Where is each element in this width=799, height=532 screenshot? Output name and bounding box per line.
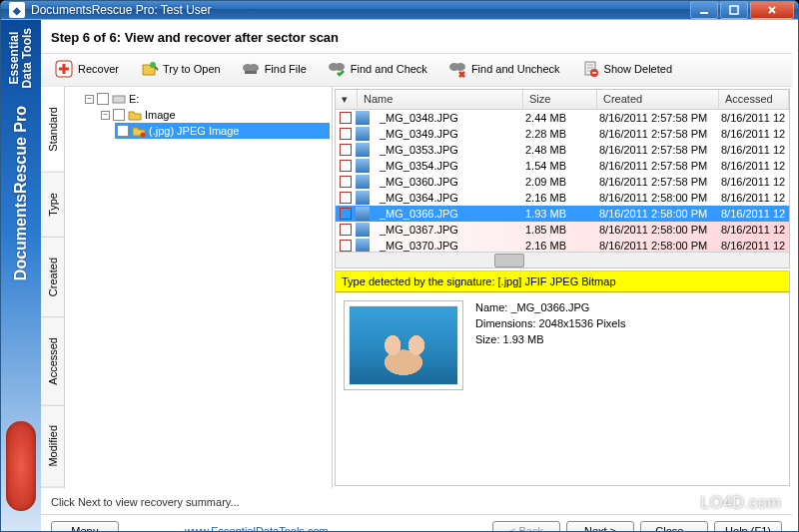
table-row[interactable]: _MG_0370.JPG2.16 MB8/16/2011 2:58:00 PM8… — [336, 238, 789, 252]
table-row[interactable]: _MG_0367.JPG1.85 MB8/16/2011 2:58:00 PM8… — [336, 222, 789, 238]
cell-created: 8/16/2011 2:57:58 PM — [593, 160, 715, 172]
find-file-button[interactable]: Find File — [234, 56, 314, 82]
table-row[interactable]: _MG_0364.JPG2.16 MB8/16/2011 2:58:00 PM8… — [336, 190, 789, 206]
cell-accessed: 8/16/2011 12:0 — [715, 112, 785, 124]
tree-root[interactable]: −E: — [83, 91, 330, 107]
file-icon — [356, 111, 370, 125]
menu-button[interactable]: Menu — [51, 521, 119, 532]
cell-accessed: 8/16/2011 12:0 — [715, 224, 785, 236]
cell-accessed: 8/16/2011 12:0 — [715, 240, 785, 252]
file-icon — [356, 143, 370, 157]
brand-graphic — [6, 421, 36, 511]
checkbox[interactable] — [340, 208, 352, 220]
website-link[interactable]: www.EssentialDataTools.com — [185, 525, 329, 532]
file-icon — [356, 175, 370, 189]
cell-name: _MG_0349.JPG — [374, 128, 519, 140]
show-deleted-icon — [580, 59, 600, 79]
find-check-button[interactable]: Find and Check — [320, 56, 434, 82]
try-open-button[interactable]: Try to Open — [132, 56, 228, 82]
cell-accessed: 8/16/2011 12:0 — [715, 160, 785, 172]
tree-node-jpg[interactable]: (.jpg) JPEG Image — [115, 123, 330, 139]
file-icon — [356, 159, 370, 173]
close-button[interactable] — [750, 1, 794, 19]
checkbox[interactable] — [340, 240, 352, 252]
checkbox[interactable] — [97, 93, 109, 105]
cell-accessed: 8/16/2011 12:0 — [715, 192, 785, 204]
checkbox[interactable] — [340, 224, 352, 236]
collapse-icon[interactable]: − — [101, 111, 110, 120]
next-button[interactable]: Next > — [566, 521, 634, 532]
cell-created: 8/16/2011 2:57:58 PM — [593, 112, 715, 124]
cell-accessed: 8/16/2011 12:0 — [715, 208, 785, 220]
tree-node-image[interactable]: −Image — [99, 107, 330, 123]
cell-name: _MG_0360.JPG — [374, 176, 519, 188]
tab-modified[interactable]: Modified — [41, 405, 64, 488]
cell-created: 8/16/2011 2:57:58 PM — [593, 144, 715, 156]
titlebar[interactable]: ◆ DocumentsRescue Pro: Test User — [1, 1, 798, 19]
maximize-button[interactable] — [720, 1, 748, 19]
list-body[interactable]: _MG_0348.JPG2.44 MB8/16/2011 2:57:58 PM8… — [336, 110, 789, 252]
preview-pane: Type detected by the signature: [.jpg] J… — [335, 270, 790, 486]
table-row[interactable]: _MG_0360.JPG2.09 MB8/16/2011 2:57:58 PM8… — [336, 174, 789, 190]
app-icon: ◆ — [9, 2, 25, 18]
scroll-thumb[interactable] — [494, 254, 524, 267]
cell-size: 1.54 MB — [519, 160, 593, 172]
cell-name: _MG_0353.JPG — [374, 144, 519, 156]
col-accessed[interactable]: Accessed — [719, 90, 789, 109]
cell-created: 8/16/2011 2:57:58 PM — [593, 176, 715, 188]
file-icon — [356, 127, 370, 141]
table-row[interactable]: _MG_0353.JPG2.48 MB8/16/2011 2:57:58 PM8… — [336, 142, 789, 158]
table-row[interactable]: _MG_0349.JPG2.28 MB8/16/2011 2:57:58 PM8… — [336, 126, 789, 142]
tab-type[interactable]: Type — [41, 173, 64, 238]
find-uncheck-button[interactable]: Find and Uncheck — [440, 56, 567, 82]
col-name[interactable]: Name — [358, 90, 523, 109]
cell-size: 2.28 MB — [519, 128, 593, 140]
checkbox[interactable] — [340, 192, 352, 204]
svg-rect-13 — [113, 96, 125, 103]
cell-name: _MG_0364.JPG — [374, 192, 519, 204]
find-uncheck-icon — [447, 59, 467, 79]
collapse-icon[interactable]: − — [85, 95, 94, 104]
file-icon — [356, 239, 370, 252]
svg-point-10 — [455, 63, 465, 71]
recover-button[interactable]: Recover — [47, 56, 126, 82]
table-row[interactable]: _MG_0354.JPG1.54 MB8/16/2011 2:57:58 PM8… — [336, 158, 789, 174]
tab-created[interactable]: Created — [41, 238, 64, 317]
find-file-icon — [241, 59, 261, 79]
svg-point-5 — [249, 64, 259, 72]
close-dialog-button[interactable]: Close... — [640, 521, 708, 532]
tree-pane[interactable]: −E: −Image (.jpg) JPEG Image — [65, 87, 333, 488]
help-button[interactable]: Help (F1) — [714, 521, 782, 532]
signature-bar: Type detected by the signature: [.jpg] J… — [336, 271, 789, 292]
step-header: Step 6 of 6: View and recover after sect… — [41, 24, 792, 53]
minimize-button[interactable] — [690, 1, 718, 19]
window-title: DocumentsRescue Pro: Test User — [31, 3, 690, 17]
col-size[interactable]: Size — [523, 90, 597, 109]
list-header[interactable]: ▾ Name Size Created Accessed — [336, 90, 789, 110]
try-open-icon — [139, 59, 159, 79]
cell-created: 8/16/2011 2:58:00 PM — [593, 208, 715, 220]
cell-size: 1.85 MB — [519, 224, 593, 236]
back-button[interactable]: < Back — [492, 521, 560, 532]
svg-point-14 — [141, 133, 146, 138]
cell-size: 1.93 MB — [519, 208, 593, 220]
folder-icon — [132, 124, 146, 138]
table-row[interactable]: _MG_0366.JPG1.93 MB8/16/2011 2:58:00 PM8… — [336, 206, 789, 222]
checkbox[interactable] — [113, 109, 125, 121]
tab-accessed[interactable]: Accessed — [41, 317, 64, 406]
horizontal-scrollbar[interactable] — [336, 252, 789, 267]
checkbox[interactable] — [340, 112, 352, 124]
col-created[interactable]: Created — [597, 90, 719, 109]
checkbox[interactable] — [117, 125, 129, 137]
file-list: ▾ Name Size Created Accessed _MG_0348.JP… — [335, 89, 790, 268]
checkbox[interactable] — [340, 144, 352, 156]
show-deleted-button[interactable]: Show Deleted — [573, 56, 680, 82]
tab-standard[interactable]: Standard — [41, 87, 64, 173]
table-row[interactable]: _MG_0348.JPG2.44 MB8/16/2011 2:57:58 PM8… — [336, 110, 789, 126]
cell-name: _MG_0354.JPG — [374, 160, 519, 172]
checkbox[interactable] — [340, 160, 352, 172]
cell-name: _MG_0367.JPG — [374, 224, 519, 236]
bottom-bar: Menu www.EssentialDataTools.com < Back N… — [41, 514, 792, 532]
checkbox[interactable] — [340, 128, 352, 140]
checkbox[interactable] — [340, 176, 352, 188]
